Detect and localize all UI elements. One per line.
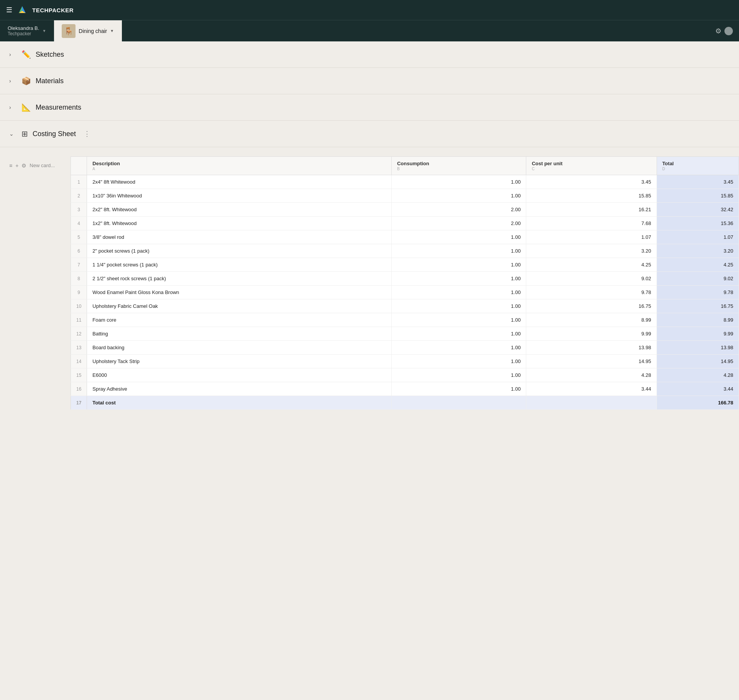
consumption-cell[interactable]: 1.00 [391,258,526,272]
description-cell[interactable]: 1x2" 8ft. Whitewood [87,217,392,230]
total-cell: 4.28 [657,368,739,382]
total-cell: 3.45 [657,175,739,189]
row-number: 5 [71,230,87,244]
consumption-cell[interactable]: 1.00 [391,327,526,341]
description-cell[interactable]: 2x2" 8ft. Whitewood [87,203,392,217]
cost-per-unit-cell[interactable]: 7.68 [526,217,657,230]
sketches-chevron-icon: › [9,51,17,58]
total-row-cost [526,396,657,410]
settings-gear-icon[interactable]: ⚙ [715,27,721,35]
total-row-num: 17 [71,396,87,410]
description-cell[interactable]: Upholstery Tack Strip [87,355,392,368]
materials-title: Materials [36,77,64,85]
consumption-cell[interactable]: 2.00 [391,217,526,230]
total-cell: 1.07 [657,230,739,244]
product-tab[interactable]: 🪑 Dining chair ▼ [54,20,122,41]
materials-section-header[interactable]: › 📦 Materials [0,68,739,94]
hamburger-icon[interactable]: ☰ [6,6,12,14]
cost-per-unit-cell[interactable]: 13.98 [526,341,657,355]
row-number: 11 [71,313,87,327]
cost-per-unit-cell[interactable]: 4.25 [526,258,657,272]
cost-per-unit-cell[interactable]: 14.95 [526,355,657,368]
description-cell[interactable]: E6000 [87,368,392,382]
consumption-cell[interactable]: 1.00 [391,244,526,258]
cost-per-unit-cell[interactable]: 3.44 [526,382,657,396]
description-cell[interactable]: Foam core [87,313,392,327]
status-circle [724,27,733,35]
description-cell[interactable]: 1 1/4" pocket screws (1 pack) [87,258,392,272]
table-row: 15 E6000 1.00 4.28 4.28 [71,368,739,382]
cost-per-unit-cell[interactable]: 3.45 [526,175,657,189]
cost-per-unit-cell[interactable]: 9.99 [526,327,657,341]
description-cell[interactable]: Board backing [87,341,392,355]
consumption-cell[interactable]: 1.00 [391,286,526,299]
card-settings-icon[interactable]: ⚙ [21,163,26,169]
table-row: 13 Board backing 1.00 13.98 13.98 [71,341,739,355]
new-card-button[interactable]: New card... [30,163,55,168]
consumption-cell[interactable]: 1.00 [391,272,526,286]
consumption-cell[interactable]: 2.00 [391,203,526,217]
consumption-cell[interactable]: 1.00 [391,355,526,368]
product-thumbnail: 🪑 [62,24,76,38]
cost-per-unit-cell[interactable]: 1.07 [526,230,657,244]
total-cell: 3.20 [657,244,739,258]
cost-per-unit-cell[interactable]: 8.99 [526,313,657,327]
consumption-cell[interactable]: 1.00 [391,299,526,313]
total-cell: 13.98 [657,341,739,355]
cost-per-unit-cell[interactable]: 3.20 [526,244,657,258]
top-bar: ☰ TECHPACKER [0,0,739,20]
table-row: 16 Spray Adhesive 1.00 3.44 3.44 [71,382,739,396]
description-cell[interactable]: 2 1/2" sheet rock screws (1 pack) [87,272,392,286]
tab-bar: Oleksandra B. Techpacker ▼ 🪑 Dining chai… [0,20,739,41]
measurements-title: Measurements [36,104,81,112]
consumption-cell[interactable]: 1.00 [391,189,526,203]
app-logo [17,5,28,15]
drag-handle-icon[interactable]: ≡ [9,163,12,169]
cost-per-unit-cell[interactable]: 9.02 [526,272,657,286]
sketches-section-header[interactable]: › ✏️ Sketches [0,41,739,68]
consumption-cell[interactable]: 1.00 [391,382,526,396]
measurements-section-header[interactable]: › 📐 Measurements [0,94,739,121]
measurements-chevron-icon: › [9,104,17,110]
costing-sheet-section-header[interactable]: ⌄ ⊞ Costing Sheet ⋮ [0,121,739,147]
user-dropdown-icon[interactable]: ▼ [42,29,46,33]
total-row-total: 166.78 [657,396,739,410]
cost-per-unit-cell[interactable]: 16.75 [526,299,657,313]
consumption-cell[interactable]: 1.00 [391,368,526,382]
description-cell[interactable]: 2x4" 8ft Whitewood [87,175,392,189]
cost-per-unit-header: Cost per unit C [526,157,657,175]
total-cell: 15.85 [657,189,739,203]
consumption-cell[interactable]: 1.00 [391,341,526,355]
total-cell: 8.99 [657,313,739,327]
row-number: 9 [71,286,87,299]
description-cell[interactable]: Batting [87,327,392,341]
consumption-cell[interactable]: 1.00 [391,175,526,189]
table-row: 5 3/8" dowel rod 1.00 1.07 1.07 [71,230,739,244]
cost-per-unit-cell[interactable]: 4.28 [526,368,657,382]
table-row: 8 2 1/2" sheet rock screws (1 pack) 1.00… [71,272,739,286]
description-cell[interactable]: 3/8" dowel rod [87,230,392,244]
description-cell[interactable]: Spray Adhesive [87,382,392,396]
cost-per-unit-cell[interactable]: 15.85 [526,189,657,203]
total-cell: 4.25 [657,258,739,272]
description-cell[interactable]: 1x10" 36in Whitewood [87,189,392,203]
row-number: 14 [71,355,87,368]
consumption-cell[interactable]: 1.00 [391,230,526,244]
user-tab[interactable]: Oleksandra B. Techpacker ▼ [0,20,54,41]
add-card-icon[interactable]: + [15,163,18,169]
total-cell: 32.42 [657,203,739,217]
total-row: 17 Total cost 166.78 [71,396,739,410]
sketches-icon: ✏️ [21,50,31,59]
total-cell: 16.75 [657,299,739,313]
description-cell[interactable]: 2" pocket screws (1 pack) [87,244,392,258]
table-row: 7 1 1/4" pocket screws (1 pack) 1.00 4.2… [71,258,739,272]
costing-sheet-menu-icon[interactable]: ⋮ [84,130,90,138]
description-cell[interactable]: Upholstery Fabric Camel Oak [87,299,392,313]
product-dropdown-icon[interactable]: ▼ [110,29,114,33]
cost-per-unit-cell[interactable]: 16.21 [526,203,657,217]
cost-per-unit-cell[interactable]: 9.78 [526,286,657,299]
row-number: 6 [71,244,87,258]
consumption-cell[interactable]: 1.00 [391,313,526,327]
description-cell[interactable]: Wood Enamel Paint Gloss Kona Brown [87,286,392,299]
table-row: 3 2x2" 8ft. Whitewood 2.00 16.21 32.42 [71,203,739,217]
